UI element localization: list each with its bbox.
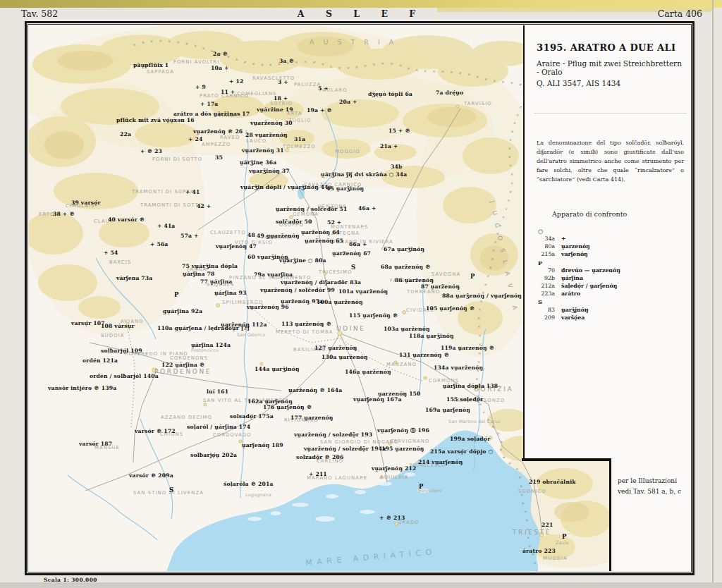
scan-edge-band [0,0,722,8]
legend-note: La denominazione del tipo solčadōr, solƀ… [537,139,684,185]
legend-panel: 3195. ARATRO A DUE ALI Araire - Pflug mi… [523,25,690,460]
dialect-point-label: vṷarʃenóŋ Ⓢ 196 [377,427,429,434]
place-label: Žaule [556,540,569,545]
dialect-point-label: solčadōr 50 [276,219,312,225]
dialect-point-label: 199a soļadǫ́r [450,436,490,442]
dialect-point-label: vṷarʃenóŋ 212 [372,465,416,472]
dialect-point-label: + 41 [185,189,200,195]
map-area: × × × × × × × × × × × × × × × × × × × × … [29,25,690,571]
apparato-row: 212ašaļedǫ́r / ṷarʃenóŋ [537,283,684,290]
illustrations-note: per le Illustrazioni vedi Tav. 581 a, b,… [618,476,690,498]
dialect-point-label: ordén 121a [82,357,118,364]
dialect-point-label: 100a ṷarženóŋ [317,299,363,305]
dialect-point-label: 144a ṷarǯinóŋ [255,366,300,372]
dialect-point-label: 68a ṷarženóŋ ℗ [381,264,431,270]
place-label: TRAMONTI DI SOTTO [140,202,203,208]
dialect-point-label: 67a ṷarǯinóŋ [384,246,424,252]
dialect-point-label: vṷarženóŋ ℗ 26 [193,128,243,135]
dialect-point-label: 176 ṷarʃenóŋ ℗ [263,404,312,410]
dialect-point-label: 22a [120,131,131,137]
place-label: FORNI DI SOTTO [152,157,202,162]
place-label: CORDOVADO [213,432,252,438]
dialect-point-label: 66a + [349,241,367,247]
dialect-point-label: gṷárʃina 92a [163,308,202,314]
apparato-row: 83ṷarǯjnóŋ [537,307,684,314]
dialect-point-label: 221 [542,522,553,528]
place-label: TORREANO [407,289,440,295]
dialect-point-label: 28 vṷarženóŋ [245,132,288,138]
dialect-point-label: varsór ℗ 209a [129,472,173,479]
dialect-point-label: solzadǭr ℗ 206 [296,454,343,460]
dialect-point-label: vṷárǯin dópli / vṷarǯinóŋ 44a [240,184,332,190]
place-label: MUGGIA [543,556,568,561]
dialect-point-label: 118a ṷarǯinóŋ [409,333,454,339]
dialect-point-label: + 211 [309,471,327,477]
dialect-point-label: + 24 [188,136,202,142]
dialect-point-label: 7a drę́ṷo [436,90,463,96]
dialect-point-label: 57a + [180,233,199,239]
place-label: SGONICO [518,489,546,494]
dialect-point-label: solƀarjụ́l 109 [101,348,142,354]
map-marker: P [419,483,424,490]
dialect-point-label: ṷárʃina 78 [183,271,215,277]
dialect-point-label: vṷarʃenóŋ 47 [216,243,257,250]
apparato-row: 215avarʃenóŋ [537,251,684,259]
map-marker: P [562,533,567,540]
dialect-point-label: 155 soļedǫ́r [446,396,483,403]
dialect-point-label: pflūck mit zvá vǫ́ṷxən 16 [116,117,195,123]
dialect-point-label: 60 vṷarǯinóŋ [247,254,288,260]
dialect-point-label: 38 + ℗ [53,211,75,217]
dialect-point-label: ṷarženóŋ 64 [301,229,340,235]
dialect-point-label: + 9 [195,84,206,90]
dialect-point-label: 75 vṷárǯina dópla [182,263,238,269]
dialect-point-label: luí 161 [207,388,228,395]
dialect-point-label: 214 vṷarʃenóŋ [418,459,463,465]
country-label: A U S T R I A [310,38,397,46]
apparato-row: P [537,259,684,267]
dialect-point-label: ṷarženóŋ 65 [305,238,343,244]
map-marker: S [351,264,355,271]
place-label: PORDENONE [154,368,212,375]
dialect-point-label: 127 ṷarženóŋ [314,345,357,351]
dialect-point-label: ṷárʃina 124a [191,342,231,348]
place-label: AQUILEIA [380,474,408,480]
dialect-point-label: śoļaróla ℗ 201a [224,481,274,487]
dialect-point-label: 39 varsǫ́r [71,200,101,206]
dialect-point-label: ṷarženóŋ 67 [332,250,371,257]
dialect-point-label: vṷarženóŋ / solzedǭr 193 [294,431,372,438]
place-label: PALUZZA [294,82,321,87]
dialect-point-label: pāṷpflūix 1 [133,62,169,68]
dialect-point-label: 105 ṷarʃenóŋ ℗ [426,305,475,312]
dialect-point-label: 215a varsǫ́r dópjo ○ [430,448,493,455]
dialect-point-label: 10a + [211,65,229,71]
map-marker: P [174,291,179,298]
map-sheet: × × × × × × × × × × × × × × × × × × × × … [25,21,695,575]
dialect-point-label: varsór 187 [79,441,112,447]
dialect-point-label: ṷárǯinę 36a [240,159,276,166]
dialect-point-label: ṷárʃina dópla 138 [443,383,498,389]
place-label: AZZANO DECIMO [161,415,212,420]
dialect-point-label: 195 ṷarzenóŋ [381,446,424,452]
place-label: BARCIS [109,259,131,265]
apparato-row: 34a+ [537,235,684,243]
dialect-point-label: ṷarženóŋ / solčedōr 51 [276,206,347,212]
dialect-point-label: 122 ṷárʃina ℗ [161,362,205,368]
dialect-point-label: 42 + [197,203,211,209]
place-label: TARVISIO [464,101,492,106]
apparato-row: 70drevúo — ṷarzenóŋ [537,267,684,275]
dialect-point-label: + 56a [150,241,169,247]
scan-edge-bottom [0,582,722,588]
dialect-point-label: ṷárǯina ʃiʃ dvi skrāńa ○ 34a [321,171,407,178]
dialect-point-label: ṷarženóŋ ℗ 164a [288,387,342,393]
place-label: GEMONA [293,212,319,217]
dialect-point-label: 34b [391,164,402,170]
inset-top-border [522,458,611,461]
place-label: SAVOGNA [432,271,460,277]
dialect-point-label: 103a ṷarženóŋ [384,326,430,332]
place-label: San Martino del Carso [448,419,501,424]
scale-label: Scala 1: 300.000 [44,577,97,583]
dialect-point-label: solsadǫ́r 175a [230,413,274,419]
dialect-point-label: varsụ́r 107 [71,320,105,326]
dialect-point-label: várʃena 73a [116,275,152,281]
place-label: MOGGIO [335,149,360,154]
